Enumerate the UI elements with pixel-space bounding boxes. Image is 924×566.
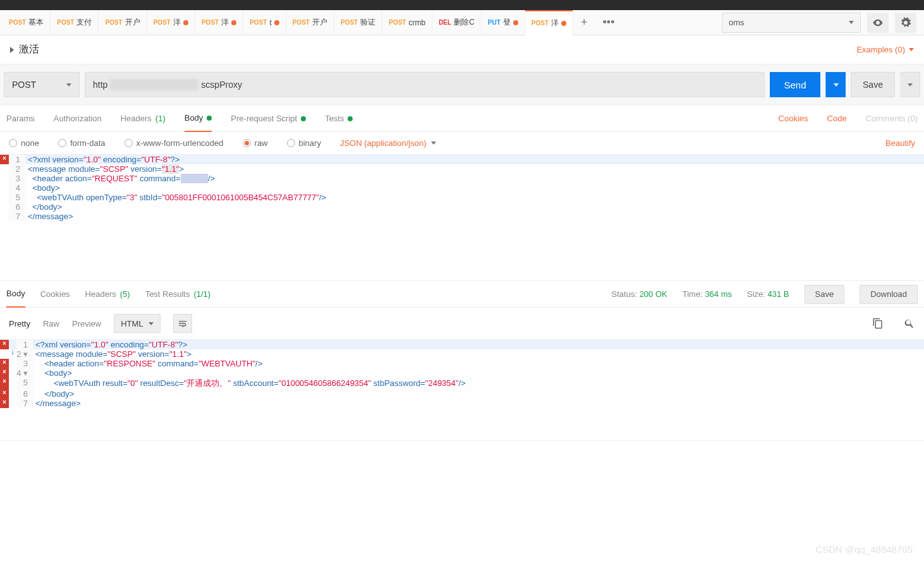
request-tab[interactable]: POST洋 [525,10,573,35]
request-tab[interactable]: POST支付 [51,10,99,35]
chevron-down-icon [849,21,854,24]
tab-method: POST [250,19,267,26]
search-icon[interactable] [904,318,915,329]
request-tab[interactable]: POST验证 [334,10,382,35]
request-tab[interactable]: PUT登 [482,10,525,35]
save-response-button[interactable]: Save [805,285,845,304]
request-section-tabs: Params Authorization Headers (1) Body Pr… [0,105,924,132]
error-marker-icon: × [0,399,9,408]
chevron-down-icon [149,322,154,325]
cookies-link[interactable]: Cookies [779,114,808,123]
examples-label: Examples (0) [856,45,905,54]
tab-authorization[interactable]: Authorization [54,105,102,132]
tab-method: POST [389,19,406,26]
save-button[interactable]: Save [851,72,895,97]
request-title: 激活 [19,43,39,56]
request-tab[interactable]: POST开户 [99,10,147,35]
tab-method: DEL [439,19,451,26]
tab-method: POST [202,19,219,26]
request-tabs: POST基本POST支付POST开户POST洋POST洋POSTtPOST开户P… [0,10,924,35]
tab-tests[interactable]: Tests [325,105,353,132]
collapse-icon[interactable] [10,47,14,53]
redacted-command [181,174,208,183]
response-time: Time: 364 ms [683,289,732,299]
dot-indicator [301,116,306,121]
tab-params[interactable]: Params [6,105,35,132]
tab-body[interactable]: Body [185,105,212,132]
send-options-button[interactable] [825,72,846,97]
tab-label: t [269,18,271,27]
request-tab[interactable]: POSTt [243,10,286,35]
response-body-editor[interactable]: ×1<?xml version="1.0" encoding="UTF-8"?>… [0,340,924,441]
format-select[interactable]: HTML [114,314,160,333]
unsaved-dot-icon [513,20,518,25]
content-type-select[interactable]: JSON (application/json) [340,138,437,148]
download-response-button[interactable]: Download [860,285,918,304]
unsaved-dot-icon [231,20,236,25]
gear-icon [900,17,911,28]
tab-headers[interactable]: Headers (1) [121,105,166,132]
view-pretty[interactable]: Pretty [9,319,30,328]
copy-icon[interactable] [872,318,884,329]
new-tab-button[interactable]: + [573,16,595,29]
code-link[interactable]: Code [827,114,847,123]
url-input[interactable]: http scspProxy [85,72,765,97]
response-tab-cookies[interactable]: Cookies [40,289,70,299]
tab-label: 验证 [360,17,375,28]
tab-method: POST [9,19,26,26]
body-raw-radio[interactable]: raw [243,138,268,148]
tab-label: 登 [503,17,511,28]
body-form-data-radio[interactable]: form-data [58,138,106,148]
tab-pre-request-script[interactable]: Pre-request Script [231,105,306,132]
method-value: POST [12,80,36,90]
tab-label: 删除C [454,17,475,28]
settings-button[interactable] [895,13,916,33]
tab-label: 开户 [312,17,327,28]
response-tab-tests[interactable]: Test Results (1/1) [145,289,211,299]
fold-icon[interactable]: i [9,349,16,359]
request-tab[interactable]: POST洋 [195,10,243,35]
wrap-toggle-button[interactable] [173,314,192,333]
more-tabs-button[interactable]: ••• [595,16,623,29]
environment-select[interactable]: oms [722,13,861,33]
chevron-down-icon [66,83,71,87]
request-header: 激活 Examples (0) [0,35,924,64]
tab-label: 洋 [173,17,181,28]
response-view-bar: Pretty Raw Preview HTML [0,308,924,340]
beautify-button[interactable]: Beautify [885,138,915,148]
examples-dropdown[interactable]: Examples (0) [856,45,914,54]
chevron-down-icon [909,48,914,51]
tab-method: PUT [488,19,501,26]
response-tab-body[interactable]: Body [6,281,25,308]
view-preview[interactable]: Preview [72,319,101,328]
request-tab[interactable]: POST开户 [286,10,334,35]
env-quick-look-button[interactable] [867,13,889,33]
chevron-down-icon [908,83,913,87]
tab-method: POST [57,19,74,26]
method-select[interactable]: POST [4,72,80,97]
comments-link[interactable]: Comments (0) [866,114,918,123]
request-body-editor[interactable]: ×1<?xml version="1.0" encoding="UTF-8"?>… [0,155,924,281]
send-button[interactable]: Send [770,72,820,97]
tab-method: POST [105,19,122,26]
error-marker-icon: × [0,359,9,368]
request-tab[interactable]: POST洋 [147,10,195,35]
response-tabs: Body Cookies Headers (5) Test Results (1… [0,281,924,308]
error-marker-icon: × [0,378,9,389]
tab-method: POST [532,20,549,27]
request-tab[interactable]: POSTcrmb [382,10,432,35]
response-status: Status: 200 OK [612,289,667,299]
error-marker-icon: × [0,368,9,378]
body-binary-radio[interactable]: binary [287,138,321,148]
save-options-button[interactable] [900,72,920,97]
response-tab-headers[interactable]: Headers (5) [85,289,130,299]
request-tab[interactable]: DEL删除C [432,10,482,35]
view-raw[interactable]: Raw [43,319,59,328]
tab-label: 基本 [28,17,44,28]
unsaved-dot-icon [183,20,188,25]
request-tab[interactable]: POST基本 [3,10,51,35]
body-urlencoded-radio[interactable]: x-www-form-urlencoded [125,138,224,148]
body-none-radio[interactable]: none [9,138,39,148]
url-suffix: scspProxy [201,80,242,90]
tab-method: POST [154,19,171,26]
